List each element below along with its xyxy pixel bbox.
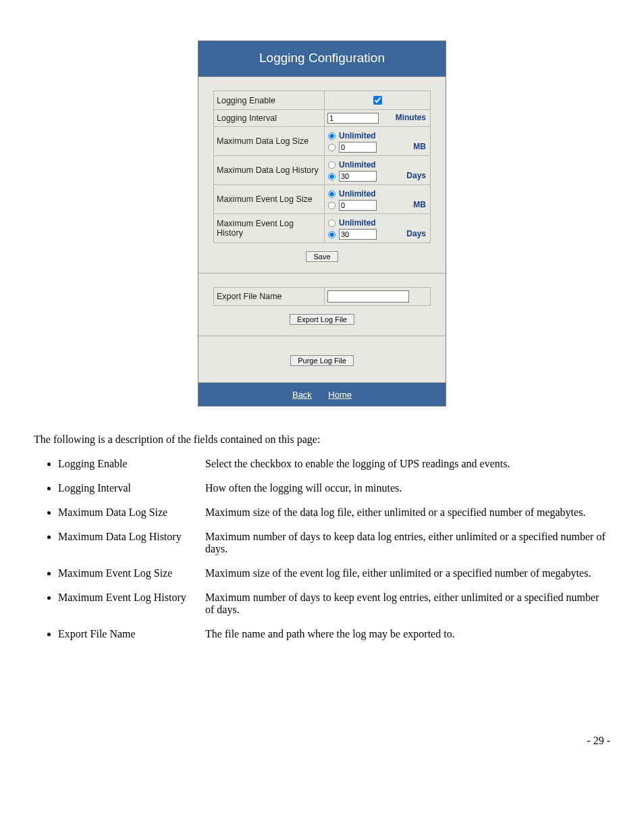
control-export-file-name bbox=[325, 288, 431, 306]
row-export-file-name: Export File Name bbox=[214, 288, 431, 306]
desc-item-1: Logging IntervalHow often the logging wi… bbox=[58, 482, 610, 494]
desc-text-4: Maximum size of the event log file, eith… bbox=[205, 567, 610, 579]
control-max-event-log-size: Unlimited MB bbox=[325, 185, 431, 214]
desc-term-6: Export File Name bbox=[58, 628, 205, 640]
desc-term-4: Maximum Event Log Size bbox=[58, 567, 205, 579]
desc-term-1: Logging Interval bbox=[58, 482, 205, 494]
purge-button[interactable]: Purge Log File bbox=[290, 355, 354, 366]
desc-item-4: Maximum Event Log SizeMaximum size of th… bbox=[58, 567, 610, 579]
max-data-log-size-unit: MB bbox=[413, 140, 426, 153]
row-logging-interval: Logging Interval Minutes bbox=[214, 110, 431, 127]
control-logging-interval: Minutes bbox=[325, 110, 431, 127]
max-event-log-history-unit: Days bbox=[406, 228, 426, 240]
back-link[interactable]: Back bbox=[292, 390, 312, 400]
max-event-log-size-unlimited-label: Unlimited bbox=[339, 188, 376, 200]
logging-enable-checkbox[interactable] bbox=[373, 96, 382, 105]
export-file-name-input[interactable] bbox=[327, 290, 409, 303]
label-logging-enable: Logging Enable bbox=[214, 91, 325, 110]
logging-interval-unit: Minutes bbox=[396, 113, 426, 122]
row-max-data-log-size: Maximum Data Log Size Unlimited MB bbox=[214, 127, 431, 156]
max-event-log-history-value-radio[interactable] bbox=[328, 230, 336, 238]
desc-text-0: Select the checkbox to enable the loggin… bbox=[205, 458, 610, 470]
settings-section: Logging Enable Logging Interval Minutes … bbox=[198, 77, 446, 273]
desc-text-3: Maximum number of days to keep data log … bbox=[205, 531, 610, 555]
config-panel: Logging Configuration Logging Enable Log… bbox=[198, 41, 446, 407]
max-data-log-history-value-radio[interactable] bbox=[328, 172, 336, 180]
max-event-log-history-input[interactable] bbox=[339, 229, 377, 240]
desc-item-5: Maximum Event Log HistoryMaximum number … bbox=[58, 592, 610, 616]
label-max-data-log-size: Maximum Data Log Size bbox=[214, 127, 325, 156]
max-data-log-history-unlimited-radio[interactable] bbox=[328, 161, 336, 168]
max-data-log-history-unit: Days bbox=[406, 170, 426, 182]
export-table: Export File Name bbox=[213, 287, 431, 306]
desc-item-0: Logging EnableSelect the checkbox to ena… bbox=[58, 458, 610, 470]
desc-text-6: The file name and path where the log may… bbox=[205, 628, 610, 640]
description-intro: The following is a description of the fi… bbox=[34, 434, 610, 446]
purge-section: Purge Log File bbox=[198, 336, 446, 383]
desc-text-1: How often the logging will occur, in min… bbox=[205, 482, 610, 494]
max-data-log-size-unlimited-radio[interactable] bbox=[328, 132, 336, 139]
max-data-log-size-input[interactable] bbox=[339, 142, 377, 153]
row-max-event-log-history: Maximum Event Log History Unlimited Days bbox=[214, 214, 431, 243]
label-max-event-log-size: Maximum Event Log Size bbox=[214, 185, 325, 214]
save-row: Save bbox=[213, 243, 431, 263]
max-event-log-size-value-radio[interactable] bbox=[328, 201, 336, 209]
export-row: Export Log File bbox=[213, 306, 431, 326]
max-event-log-size-input[interactable] bbox=[339, 200, 377, 211]
label-export-file-name: Export File Name bbox=[214, 288, 325, 306]
max-event-log-size-unlimited-radio[interactable] bbox=[328, 190, 336, 197]
home-link[interactable]: Home bbox=[328, 390, 352, 400]
save-button[interactable]: Save bbox=[306, 251, 338, 262]
label-logging-interval: Logging Interval bbox=[214, 110, 325, 127]
panel-footer: Back Home bbox=[198, 383, 446, 406]
desc-text-5: Maximum number of days to keep event log… bbox=[205, 592, 610, 616]
settings-table: Logging Enable Logging Interval Minutes … bbox=[213, 90, 431, 243]
label-max-data-log-history: Maximum Data Log History bbox=[214, 156, 325, 185]
export-button[interactable]: Export Log File bbox=[290, 314, 354, 325]
desc-item-2: Maximum Data Log SizeMaximum size of the… bbox=[58, 506, 610, 519]
desc-term-5: Maximum Event Log History bbox=[58, 592, 205, 604]
desc-term-2: Maximum Data Log Size bbox=[58, 506, 205, 519]
label-max-event-log-history: Maximum Event Log History bbox=[214, 214, 325, 243]
row-logging-enable: Logging Enable bbox=[214, 91, 431, 110]
max-data-log-history-unlimited-label: Unlimited bbox=[339, 159, 376, 171]
description-list: Logging EnableSelect the checkbox to ena… bbox=[58, 458, 610, 640]
max-data-log-size-unlimited-label: Unlimited bbox=[339, 130, 376, 142]
max-event-log-history-unlimited-radio[interactable] bbox=[328, 219, 336, 226]
control-logging-enable bbox=[325, 91, 431, 110]
desc-item-3: Maximum Data Log HistoryMaximum number o… bbox=[58, 531, 610, 555]
desc-term-0: Logging Enable bbox=[58, 458, 205, 470]
control-max-data-log-history: Unlimited Days bbox=[325, 156, 431, 185]
desc-item-6: Export File NameThe file name and path w… bbox=[58, 628, 610, 640]
desc-text-2: Maximum size of the data log file, eithe… bbox=[205, 506, 610, 519]
export-section: Export File Name Export Log File bbox=[198, 273, 446, 336]
page-number: - 29 - bbox=[34, 735, 610, 747]
purge-row: Purge Log File bbox=[213, 354, 431, 366]
row-max-event-log-size: Maximum Event Log Size Unlimited MB bbox=[214, 185, 431, 214]
max-event-log-history-unlimited-label: Unlimited bbox=[339, 217, 376, 229]
desc-term-3: Maximum Data Log History bbox=[58, 531, 205, 543]
control-max-data-log-size: Unlimited MB bbox=[325, 127, 431, 156]
control-max-event-log-history: Unlimited Days bbox=[325, 214, 431, 243]
panel-title: Logging Configuration bbox=[198, 41, 446, 77]
max-data-log-size-value-radio[interactable] bbox=[328, 143, 336, 151]
row-max-data-log-history: Maximum Data Log History Unlimited Days bbox=[214, 156, 431, 185]
max-event-log-size-unit: MB bbox=[413, 199, 426, 211]
logging-interval-input[interactable] bbox=[327, 113, 379, 124]
max-data-log-history-input[interactable] bbox=[339, 171, 377, 182]
